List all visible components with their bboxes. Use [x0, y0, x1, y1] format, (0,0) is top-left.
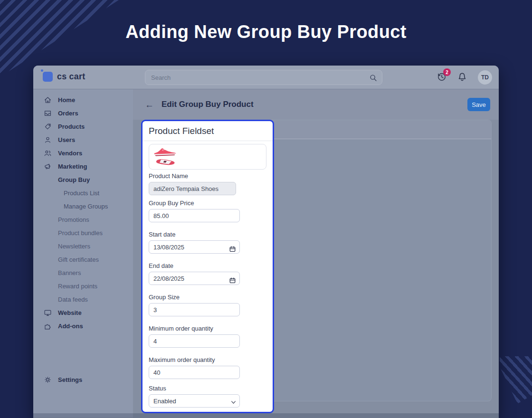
min-order-quantity-input[interactable] [149, 334, 240, 348]
sidebar-item-gift-certificates[interactable]: Gift certificates [33, 253, 133, 266]
group-buy-price-label: Group Buy Price [149, 200, 266, 207]
corner-stripes-bottom-right [500, 356, 532, 404]
group-size-label: Group Size [149, 294, 266, 301]
gear-icon [44, 376, 52, 384]
start-date-label: Start date [149, 231, 266, 238]
product-name-label: Product Name [149, 172, 266, 180]
sidebar-item-add-ons[interactable]: Add-ons [33, 319, 133, 332]
sidebar-item-reward-points[interactable]: Reward points [33, 279, 133, 293]
bell-icon[interactable] [457, 72, 467, 82]
start-date-field [149, 240, 240, 254]
puzzle-icon [44, 322, 52, 330]
user-icon [44, 136, 52, 144]
avatar[interactable]: TD [478, 70, 492, 85]
history-icon[interactable]: 2 [437, 72, 447, 82]
product-fieldset: Product Fieldset Product [141, 120, 274, 413]
sidebar-item-users[interactable]: Users [33, 133, 133, 146]
back-arrow-icon[interactable]: ← [145, 100, 154, 109]
inbox-icon [44, 109, 52, 117]
notification-badge: 2 [443, 68, 451, 76]
sidebar-item-products[interactable]: Products [33, 120, 133, 133]
max-order-quantity-input[interactable] [149, 366, 240, 379]
status-select[interactable]: Enabled [149, 394, 240, 408]
product-image-box[interactable] [149, 144, 266, 170]
logo-text: cs cart [57, 72, 85, 82]
sidebar-item-manage-groups[interactable]: Manage Groups [33, 200, 133, 213]
end-date-input[interactable] [149, 272, 240, 285]
sidebar-item-home[interactable]: Home [33, 93, 133, 106]
search-box [145, 70, 382, 85]
group-buy-price-input[interactable] [149, 209, 240, 222]
sidebar-item-settings[interactable]: Settings [33, 373, 133, 386]
admin-window: cs cart 2 TD [33, 66, 499, 418]
sidebar-item-marketing[interactable]: Marketing [33, 160, 133, 173]
sidebar-item-products-list[interactable]: Products List [33, 186, 133, 200]
min-order-quantity-label: Minimum order quantity [149, 325, 266, 332]
search-input[interactable] [145, 70, 382, 85]
product-name-input [149, 182, 236, 195]
fieldset-title: Product Fieldset [149, 126, 266, 136]
cs-cart-logo-icon [43, 72, 53, 82]
product-shoe-image [153, 146, 178, 168]
topbar: cs cart 2 TD [33, 66, 499, 89]
monitor-icon [44, 309, 52, 317]
page-title: Edit Group Buy Product [162, 100, 254, 109]
sidebar-item-data-feeds[interactable]: Data feeds [33, 293, 133, 306]
save-button[interactable]: Save [467, 98, 490, 111]
main-header: ← Edit Group Buy Product Save [133, 89, 499, 120]
sidebar-item-website[interactable]: Website [33, 306, 133, 319]
sidebar-item-vendors[interactable]: Vendors [33, 146, 133, 160]
max-order-quantity-label: Maximum order quantity [149, 356, 266, 363]
sidebar-item-group-buy[interactable]: Group Buy [33, 173, 133, 186]
status-label: Status [149, 385, 266, 392]
logo[interactable]: cs cart [43, 72, 85, 82]
home-icon [44, 96, 52, 104]
sidebar-item-promotions[interactable]: Promotions [33, 213, 133, 226]
tag-icon [44, 123, 52, 131]
end-date-label: End date [149, 262, 266, 269]
start-date-input[interactable] [149, 240, 240, 254]
sidebar-item-product-bundles[interactable]: Product bundles [33, 226, 133, 239]
main-area: ← Edit Group Buy Product Save Product Fi… [133, 89, 499, 418]
sidebar-item-newsletters[interactable]: Newsletters [33, 239, 133, 253]
fieldset-divider [142, 141, 273, 141]
content-area: Product Fieldset Product [133, 120, 499, 418]
end-date-field [149, 272, 240, 285]
status-field: Enabled [149, 394, 240, 408]
people-icon [44, 149, 52, 157]
search-icon [369, 74, 378, 82]
sidebar-item-banners[interactable]: Banners [33, 266, 133, 279]
megaphone-icon [44, 162, 52, 171]
sidebar-item-orders[interactable]: Orders [33, 106, 133, 120]
group-size-input[interactable] [149, 303, 240, 316]
sidebar: Home Orders Products Users Vendors Marke… [33, 89, 133, 418]
hero-title: Adding New Group Buy Product [0, 22, 532, 42]
